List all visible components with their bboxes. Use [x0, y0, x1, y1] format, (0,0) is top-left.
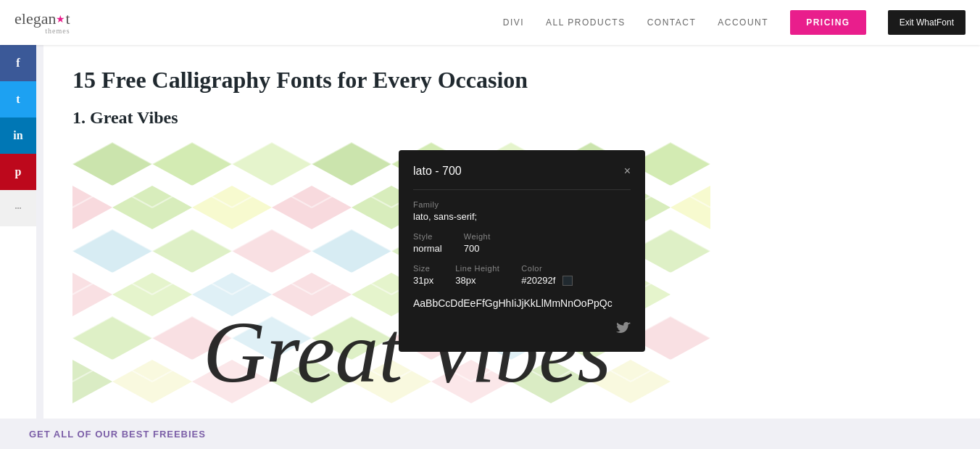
- logo-sub: themes: [14, 27, 70, 35]
- popup-style-field: Style normal: [413, 232, 442, 254]
- popup-family-label: Family: [413, 200, 477, 209]
- linkedin-icon: in: [13, 129, 22, 142]
- popup-header: lato - 700 ×: [413, 165, 631, 178]
- svg-marker-26: [72, 273, 112, 316]
- popup-weight-value: 700: [464, 243, 491, 254]
- svg-marker-18: [72, 229, 152, 273]
- popup-size-label: Size: [413, 264, 433, 273]
- popup-family-value: lato, sans-serif;: [413, 211, 477, 222]
- popup-family-row: Family lato, sans-serif;: [413, 200, 631, 222]
- svg-marker-2: [152, 142, 232, 186]
- logo[interactable]: elegan★t themes: [14, 11, 70, 35]
- nav-all-products[interactable]: ALL PRODUCTS: [546, 17, 626, 28]
- main-wrapper: f t in p ··· 15 Free Calligraphy Fonts f…: [0, 45, 980, 449]
- popup-weight-field: Weight 700: [464, 232, 491, 254]
- popup-lineheight-label: Line Height: [455, 264, 499, 273]
- popup-close-button[interactable]: ×: [624, 165, 631, 177]
- svg-marker-1: [72, 142, 152, 186]
- facebook-icon: f: [16, 57, 20, 70]
- pricing-button[interactable]: PRICING: [790, 10, 866, 35]
- section-title: 1. Great Vibes: [72, 108, 951, 128]
- logo-text: elegan★t: [14, 9, 70, 28]
- popup-title: lato - 700: [413, 165, 462, 178]
- color-swatch: [562, 276, 573, 286]
- social-twitter-button[interactable]: t: [0, 81, 36, 118]
- svg-marker-42: [72, 360, 112, 403]
- social-facebook-button[interactable]: f: [0, 45, 36, 81]
- site-header: elegan★t themes DIVI ALL PRODUCTS CONTAC…: [0, 0, 980, 45]
- freebies-link[interactable]: GET ALL OF OUR BEST FREEBIES: [29, 429, 206, 440]
- freebies-bar: GET ALL OF OUR BEST FREEBIES: [0, 419, 980, 449]
- popup-color-value: #20292f: [521, 275, 573, 287]
- svg-marker-4: [312, 142, 391, 186]
- pinterest-icon: p: [15, 165, 22, 178]
- social-sidebar: f t in p ···: [0, 45, 36, 449]
- popup-divider: [413, 189, 631, 190]
- svg-marker-17: [670, 186, 710, 229]
- svg-marker-21: [312, 229, 391, 273]
- social-pinterest-button[interactable]: p: [0, 154, 36, 190]
- nav-account[interactable]: ACCOUNT: [718, 17, 768, 28]
- nav-contact[interactable]: CONTACT: [647, 17, 697, 28]
- popup-size-field: Size 31px: [413, 264, 433, 287]
- popup-lineheight-value: 38px: [455, 275, 499, 286]
- popup-alphabet: AaBbCcDdEeFfGgHhIiJjKkLlMmNnOoPpQc: [413, 297, 631, 311]
- popup-size-row: Size 31px Line Height 38px Color #20292f: [413, 264, 631, 287]
- svg-marker-3: [232, 142, 312, 186]
- popup-style-label: Style: [413, 232, 442, 241]
- twitter-icon: t: [16, 93, 20, 106]
- social-more-button[interactable]: ···: [0, 190, 36, 226]
- article-title: 15 Free Calligraphy Fonts for Every Occa…: [72, 67, 951, 94]
- svg-marker-9: [72, 186, 112, 229]
- logo-star: ★: [56, 14, 65, 25]
- page-content: 15 Free Calligraphy Fonts for Every Occa…: [43, 45, 980, 449]
- twitter-share-icon[interactable]: [616, 322, 631, 337]
- exit-whatfont-button[interactable]: Exit WhatFont: [888, 10, 966, 35]
- popup-family-field: Family lato, sans-serif;: [413, 200, 477, 222]
- whatfont-popup: lato - 700 × Family lato, sans-serif; St…: [399, 150, 645, 352]
- svg-marker-20: [232, 229, 312, 273]
- nav-divi[interactable]: DIVI: [503, 17, 524, 28]
- social-linkedin-button[interactable]: in: [0, 118, 36, 154]
- svg-marker-19: [152, 229, 232, 273]
- popup-color-label: Color: [521, 264, 573, 273]
- popup-style-weight-row: Style normal Weight 700: [413, 232, 631, 254]
- popup-style-value: normal: [413, 243, 442, 254]
- popup-color-field: Color #20292f: [521, 264, 573, 287]
- popup-lineheight-field: Line Height 38px: [455, 264, 499, 287]
- main-nav: DIVI ALL PRODUCTS CONTACT ACCOUNT PRICIN…: [503, 10, 966, 35]
- popup-size-value: 31px: [413, 275, 433, 286]
- popup-weight-label: Weight: [464, 232, 491, 241]
- more-icon: ···: [15, 203, 22, 214]
- svg-marker-34: [72, 316, 152, 360]
- popup-footer: [413, 322, 631, 337]
